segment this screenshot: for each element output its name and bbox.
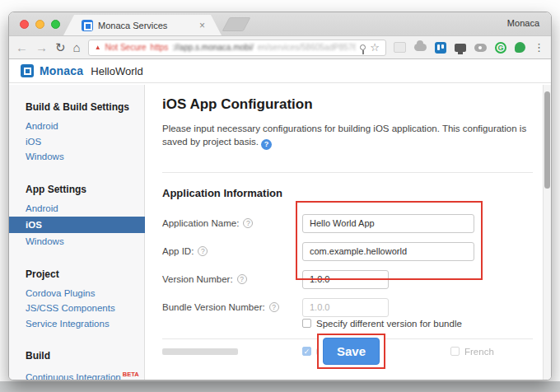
sidebar-item-build-windows[interactable]: Windows — [26, 149, 144, 165]
home-icon[interactable]: ⌂ — [73, 41, 81, 54]
help-icon[interactable]: ? — [237, 274, 247, 284]
french-label: French — [464, 347, 494, 357]
field-label-text: Bundle Version Number: — [162, 302, 265, 312]
help-icon[interactable]: ? — [261, 139, 272, 150]
sidebar-item-build-android[interactable]: Android — [26, 119, 144, 134]
bundle-version-checkbox-row: Specify different version for bundle — [302, 319, 533, 329]
sidebar-item-continuous-integration[interactable]: Continuous IntegrationBETA — [26, 367, 144, 380]
sidebar-item-app-ios[interactable]: iOS — [9, 217, 145, 233]
grammarly-extension-icon[interactable]: G — [495, 42, 506, 54]
forward-icon[interactable]: → — [35, 41, 48, 54]
window-controls — [20, 20, 60, 29]
browser-tab[interactable]: Monaca Services × — [63, 15, 222, 35]
url-scheme: https — [151, 43, 169, 52]
english-checkbox[interactable]: ✓ — [302, 347, 311, 356]
language-option-french[interactable]: French — [450, 347, 494, 357]
new-tab-button[interactable] — [222, 17, 250, 31]
page-title: iOS App Configuration — [162, 96, 533, 113]
section-divider — [162, 172, 533, 173]
eye-extension-icon[interactable] — [474, 44, 487, 52]
bundle-version-row: Bundle Version Number:? — [162, 298, 533, 317]
desktop-background — [0, 381, 560, 392]
scrollbar-thumb[interactable] — [544, 91, 550, 189]
tab-close-icon[interactable]: × — [199, 20, 205, 31]
sidebar-item-app-android[interactable]: Android — [26, 201, 144, 217]
sidebar-item-cordova-plugins[interactable]: Cordova Plugins — [26, 286, 144, 301]
sidebar-section-title: Build & Build Settings — [26, 101, 144, 113]
monaca-favicon-icon — [82, 20, 93, 31]
beta-badge: BETA — [123, 371, 139, 378]
version-number-label: Version Number:? — [162, 274, 302, 284]
french-checkbox[interactable] — [450, 347, 460, 356]
cloud-extension-icon[interactable] — [414, 44, 427, 51]
extension-icon[interactable] — [394, 42, 406, 53]
sidebar-item-build-ios[interactable]: iOS — [26, 134, 144, 150]
page-description: Please input necessary configurations fo… — [162, 122, 533, 150]
sidebar-section-build: Build Continuous IntegrationBETA — [26, 350, 144, 380]
sidebar-section-project: Project Cordova Plugins JS/CSS Component… — [26, 268, 144, 332]
application-information-title: Application Information — [162, 187, 533, 199]
app-id-label: App ID:? — [162, 246, 302, 256]
key-icon[interactable] — [360, 44, 366, 50]
not-secure-label: Not Secure — [105, 43, 147, 52]
sidebar-item-service-integrations[interactable]: Service Integrations — [26, 316, 144, 332]
url-path: en/services/58605adP8576... — [258, 43, 357, 52]
bundle-version-input — [302, 298, 389, 317]
sidebar: Build & Build Settings Android iOS Windo… — [9, 85, 145, 380]
help-icon[interactable]: ? — [198, 246, 208, 256]
sidebar-item-js-css-components[interactable]: JS/CSS Components — [26, 301, 144, 316]
application-name-input[interactable] — [302, 214, 474, 233]
version-number-input[interactable] — [302, 270, 389, 289]
save-highlight-box: Save — [317, 334, 385, 369]
sidebar-item-app-windows[interactable]: Windows — [26, 234, 144, 250]
sidebar-item-label: Continuous Integration — [26, 372, 121, 380]
url-host: ://app.s.monaca.mobi/ — [172, 43, 253, 52]
monitor-extension-icon[interactable] — [455, 44, 466, 52]
page-description-text: Please input necessary configurations fo… — [162, 124, 526, 147]
application-name-label: Application Name:? — [162, 218, 302, 228]
field-label-text: App ID: — [162, 246, 194, 256]
sidebar-section-title: Build — [26, 350, 144, 362]
app-id-row: App ID:? — [162, 242, 533, 261]
application-name-row: Application Name:? — [162, 214, 533, 233]
zoom-window-button[interactable] — [51, 20, 60, 29]
browser-window: Monaca Services × Monaca ← → ↻ ⌂ ▲ Not S… — [8, 12, 552, 380]
extension-icons: G ⋮ — [394, 41, 544, 54]
security-warning-icon: ▲ — [95, 44, 101, 51]
bundle-version-checkbox-label: Specify different version for bundle — [316, 319, 462, 329]
address-bar[interactable]: ▲ Not Secure https ://app.s.monaca.mobi/… — [88, 40, 386, 56]
sidebar-section-title: Project — [26, 268, 144, 280]
help-icon[interactable]: ? — [269, 302, 279, 312]
back-icon[interactable]: ← — [16, 41, 28, 54]
page-scrollbar[interactable] — [543, 85, 551, 380]
minimize-window-button[interactable] — [35, 20, 44, 29]
browser-profile-name: Monaca — [507, 18, 539, 28]
app-header: Monaca HelloWorld — [9, 59, 551, 83]
brand-name[interactable]: Monaca — [40, 64, 83, 77]
save-button[interactable]: Save — [323, 338, 380, 365]
bundle-version-label: Bundle Version Number:? — [162, 302, 302, 312]
bundle-version-checkbox[interactable] — [302, 319, 311, 328]
sidebar-section-build-settings: Build & Build Settings Android iOS Windo… — [26, 101, 144, 165]
leaf-extension-icon[interactable] — [515, 42, 525, 53]
trello-extension-icon[interactable] — [435, 42, 446, 54]
app-id-input[interactable] — [302, 242, 474, 261]
project-name: HelloWorld — [91, 65, 142, 77]
help-icon[interactable]: ? — [243, 218, 253, 228]
version-number-row: Version Number:? — [162, 270, 533, 289]
blurred-label — [162, 348, 238, 355]
field-label-text: Version Number: — [162, 274, 233, 284]
tab-title: Monaca Services — [98, 21, 194, 30]
browser-toolbar: ← → ↻ ⌂ ▲ Not Secure https ://app.s.mona… — [9, 35, 551, 59]
close-window-button[interactable] — [20, 20, 29, 29]
field-label-text: Application Name: — [162, 218, 239, 228]
browser-menu-icon[interactable]: ⋮ — [534, 41, 544, 54]
sidebar-section-title: App Settings — [26, 184, 144, 195]
localization-label — [162, 348, 302, 355]
reload-icon[interactable]: ↻ — [55, 41, 66, 54]
tab-strip: Monaca Services × Monaca — [9, 12, 551, 35]
sidebar-section-app-settings: App Settings Android iOS Windows — [26, 184, 144, 250]
bookmark-star-icon[interactable]: ☆ — [370, 41, 380, 54]
monaca-logo-icon[interactable] — [21, 64, 34, 77]
